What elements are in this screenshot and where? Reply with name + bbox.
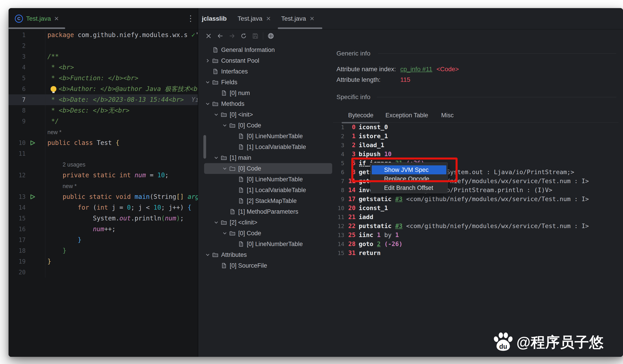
tree-item--0-init-[interactable]: [0] <init>	[204, 109, 332, 120]
close-icon[interactable]: ✕	[310, 15, 315, 22]
tree-item--0-num[interactable]: [0] num	[204, 88, 332, 98]
tab-exception-table[interactable]: Exception Table	[385, 112, 428, 119]
refresh-icon[interactable]	[238, 31, 249, 41]
back-icon[interactable]	[214, 31, 226, 41]
bytecode-line[interactable]: 43bipush 10	[337, 150, 623, 159]
tree-item--0-sourcefile[interactable]: [0] SourceFile	[204, 260, 332, 271]
bytecode-line[interactable]: 10iconst_0	[337, 123, 623, 132]
editor-line[interactable]: 10public class Test {	[9, 137, 198, 148]
bytecode-line[interactable]: 32iload_1	[337, 141, 623, 150]
code-token: * <b>Desc: </b>无<br>	[47, 107, 130, 114]
chevron-down-icon[interactable]	[204, 252, 211, 258]
editor-inlay-row[interactable]: 2 usages	[9, 159, 198, 170]
tree-item--1-methodparameters[interactable]: [1] MethodParameters	[204, 206, 332, 217]
editor-line[interactable]: 11	[9, 148, 198, 159]
chevron-down-icon[interactable]	[221, 123, 228, 128]
bytecode-line[interactable]: 1121iadd	[337, 213, 623, 222]
tree-item--0-linenumbertable[interactable]: [0] LineNumberTable	[204, 174, 332, 185]
constant-pool-link[interactable]: #3	[395, 195, 403, 202]
jclasslib-tab-test-java[interactable]: Test.java✕	[238, 8, 271, 29]
editor-line[interactable]: 2	[9, 41, 198, 51]
inlay-hint[interactable]: new *	[63, 183, 77, 189]
run-button[interactable]	[29, 140, 36, 146]
editor-line[interactable]: 5 * <b>Function: </b><br>	[9, 73, 198, 84]
tree-item--1-localvariabletable[interactable]: [1] LocalVariableTable	[204, 142, 332, 152]
tree-item--2-clinit-[interactable]: [2] <clinit>	[204, 217, 332, 228]
editor-line[interactable]: 18 }	[9, 245, 198, 256]
tree-item-attributes[interactable]: Attributes	[204, 249, 332, 260]
run-button[interactable]	[29, 194, 36, 200]
editor-line[interactable]: 4 * <br>	[9, 62, 198, 73]
tree-item--1-localvariabletable[interactable]: [1] LocalVariableTable	[204, 185, 332, 195]
close-icon[interactable]: ✕	[54, 15, 59, 22]
editor-line[interactable]: 14 for (int j = 0; j < 10; j++) {	[9, 202, 198, 213]
bytecode-line-number: 15	[337, 249, 344, 258]
editor-line[interactable]: 15 System.out.println(num);	[9, 213, 198, 224]
tree-item--1-main[interactable]: [1] main	[204, 152, 332, 163]
close-icon[interactable]: ✕	[266, 15, 271, 22]
menu-item-edit-branch-offset[interactable]: Edit Branch Offset	[372, 183, 446, 192]
tree-item-methods[interactable]: Methods	[204, 98, 332, 109]
bytecode-line[interactable]: 1428goto 2 (-26)	[337, 239, 623, 249]
tree-item--0-code[interactable]: [0] Code	[204, 163, 332, 174]
editor-line[interactable]: 9 */	[9, 116, 198, 127]
tree-item-general-information[interactable]: General Information	[204, 44, 332, 55]
inlay-hint[interactable]: new *	[47, 129, 62, 135]
tree-item--0-linenumbertable[interactable]: [0] LineNumberTable	[204, 239, 332, 249]
editor-line[interactable]: 19}	[9, 256, 198, 267]
chevron-down-icon[interactable]	[213, 112, 220, 118]
bytecode-line[interactable]: 917getstatic #3 <com/github/niefy/module…	[337, 194, 623, 204]
bytecode-mnemonic: return	[359, 249, 381, 256]
intention-bulb-icon[interactable]	[51, 86, 56, 92]
editor-tab-test-java[interactable]: C Test.java ✕	[15, 8, 59, 29]
editor-code-area[interactable]: 1package com.github.niefy.modules.wx.s ✓…	[9, 30, 198, 278]
constant-pool-link[interactable]: 2	[377, 240, 380, 247]
tree-item-fields[interactable]: Fields	[204, 77, 332, 88]
jclasslib-tab-jclasslib[interactable]: jclasslib	[202, 8, 227, 29]
chevron-down-icon[interactable]	[213, 219, 220, 225]
tree-item-interfaces[interactable]: Interfaces	[204, 66, 332, 77]
tree-item--0-linenumbertable[interactable]: [0] LineNumberTable	[204, 131, 332, 142]
editor-inlay-row[interactable]: new *	[9, 181, 198, 192]
bytecode-line[interactable]: 1325iinc 1 by 1	[337, 231, 623, 239]
editor-line[interactable]: 6<b>Author: </b>@author Java 极客技术<br	[9, 84, 198, 94]
editor-line[interactable]: 16 num++;	[9, 224, 198, 235]
cp-info-link[interactable]: cp_info #11	[400, 66, 432, 73]
editor-inlay-row[interactable]: new *	[9, 127, 198, 137]
constant-pool-link[interactable]: #3	[395, 222, 403, 229]
tree-item-constant-pool[interactable]: Constant Pool	[204, 55, 332, 66]
editor-line[interactable]: 7 * <b>Date: </b>2023-08-13 15:44<br> Yı	[9, 94, 198, 105]
editor-line[interactable]: 3/**	[9, 51, 198, 62]
inlay-hint[interactable]: 2 usages	[63, 161, 85, 168]
tree-item--0-code[interactable]: [0] Code	[204, 120, 332, 131]
chevron-down-icon[interactable]	[213, 155, 220, 161]
editor-line[interactable]: 17 }	[9, 235, 198, 245]
code-token: ;	[165, 171, 169, 179]
tab-misc[interactable]: Misc	[441, 112, 454, 119]
close-icon[interactable]	[203, 31, 214, 41]
bytecode-offset: 31	[344, 249, 356, 257]
bytecode-line[interactable]: 21istore_1	[337, 132, 623, 141]
chevron-down-icon[interactable]	[204, 101, 211, 107]
bytecode-line[interactable]: 1531return	[337, 249, 623, 257]
chevron-down-icon[interactable]	[221, 166, 228, 171]
chevron-down-icon[interactable]	[204, 79, 211, 85]
jclasslib-tab-test-java[interactable]: Test.java✕	[281, 8, 314, 29]
tab-bytecode[interactable]: Bytecode	[348, 112, 374, 119]
editor-line[interactable]: 8 * <b>Desc: </b>无<br>	[9, 105, 198, 116]
kebab-menu-icon[interactable]: ⋮	[187, 14, 195, 23]
bytecode-line[interactable]: 1020iconst_1	[337, 204, 623, 213]
editor-line[interactable]: 13 public static void main(String[] args…	[9, 192, 198, 202]
editor-line[interactable]: 1package com.github.niefy.modules.wx.s ✓…	[9, 30, 198, 41]
bytecode-line[interactable]: 1222putstatic #3 <com/github/niefy/modul…	[337, 222, 623, 231]
globe-icon[interactable]	[265, 31, 277, 41]
code-token: package	[47, 31, 74, 39]
chevron-down-icon[interactable]	[221, 230, 228, 236]
tree-item--0-code[interactable]: [0] Code	[204, 228, 332, 239]
tree-item--2-stackmaptable[interactable]: [2] StackMapTable	[204, 195, 332, 206]
tree-item-label: [0] SourceFile	[230, 262, 267, 269]
chevron-right-icon[interactable]	[204, 58, 211, 64]
editor-line[interactable]: 20	[9, 267, 198, 278]
tree-scrollbar-thumb[interactable]	[203, 135, 206, 159]
editor-line[interactable]: 12 private static int num = 10;	[9, 170, 198, 181]
